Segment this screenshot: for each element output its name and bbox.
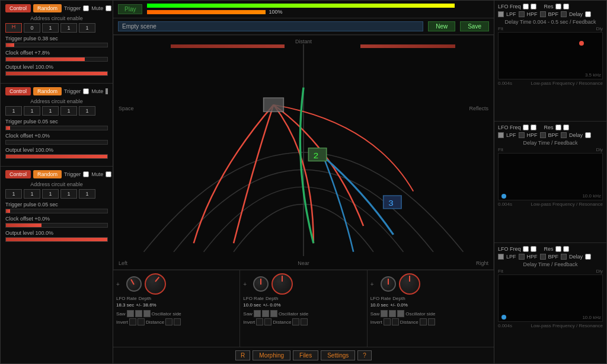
eq-display-3[interactable]: 10.0 kHz: [498, 274, 603, 322]
trigger-check-1[interactable]: [83, 5, 89, 11]
lpf-check-1[interactable]: [498, 11, 504, 17]
addr-btn-1-3[interactable]: 1: [60, 23, 77, 33]
hpf-check-3[interactable]: [519, 254, 525, 260]
osc-3-inv-1[interactable]: [384, 318, 391, 325]
trigger-pulse-slider-1[interactable]: [5, 43, 108, 47]
output-level-slider-2[interactable]: [5, 154, 108, 159]
osc-3-plus[interactable]: +: [370, 281, 378, 288]
addr-btn-1-2[interactable]: 1: [42, 23, 59, 33]
osc-3-inv-2[interactable]: [392, 318, 399, 325]
osc-2-sq-2[interactable]: [262, 310, 269, 317]
osc-2-inv-1[interactable]: [256, 318, 263, 325]
eq-display-2[interactable]: 10.0 kHz: [498, 153, 603, 200]
addr-btn-3-3[interactable]: 1: [60, 189, 77, 199]
addr-btn-2-1[interactable]: 1: [24, 106, 40, 116]
control-btn-2[interactable]: Control: [5, 87, 31, 95]
osc-2-sq-1[interactable]: [254, 310, 261, 317]
addr-btn-3-1[interactable]: 1: [24, 189, 40, 199]
osc-3-lfo-knob[interactable]: [381, 276, 396, 292]
lfo-freq-check-1b[interactable]: [531, 4, 536, 9]
scene-name-input[interactable]: [118, 21, 423, 31]
hpf-check-2[interactable]: [519, 132, 525, 138]
osc-3-depth-knob[interactable]: [399, 273, 420, 295]
lfo-freq-check-3a[interactable]: [523, 246, 529, 252]
clock-offset-slider-1[interactable]: [5, 57, 108, 62]
osc-3-sq-2[interactable]: [389, 310, 396, 317]
new-button[interactable]: New: [428, 21, 455, 31]
eq-display-1[interactable]: 3.5 kHz: [498, 32, 603, 79]
lfo-freq-check-2b[interactable]: [531, 124, 536, 130]
mute-check-3[interactable]: [106, 171, 111, 177]
lfo-freq-check-1a[interactable]: [523, 4, 529, 9]
osc-1-depth-knob[interactable]: [145, 273, 166, 295]
addr-btn-2-3[interactable]: 1: [60, 106, 77, 116]
osc-1-inv-2[interactable]: [138, 318, 145, 325]
trigger-pulse-slider-3[interactable]: [5, 209, 108, 213]
play-button[interactable]: Play: [118, 4, 142, 14]
addr-btn-1-1[interactable]: 0: [24, 23, 40, 33]
addr-btn-3-2[interactable]: 1: [42, 189, 59, 199]
osc-2-dist-2[interactable]: [301, 318, 308, 325]
addr-btn-2-4[interactable]: 1: [79, 106, 95, 116]
delay-check-3[interactable]: [561, 254, 567, 260]
addr-btn-2-2[interactable]: 1: [42, 106, 59, 116]
res-check-1b[interactable]: [563, 4, 569, 9]
osc-3-sq-3[interactable]: [397, 310, 404, 317]
lpf-check-3[interactable]: [498, 254, 504, 260]
delay-chk2-1[interactable]: [585, 11, 591, 17]
control-btn-1[interactable]: Control: [5, 4, 31, 12]
clock-offset-slider-3[interactable]: [5, 223, 108, 228]
addr-btn-3-0[interactable]: 1: [5, 189, 22, 199]
osc-2-sq-3[interactable]: [270, 310, 277, 317]
delay-chk2-2[interactable]: [585, 132, 591, 138]
osc-1-sq-2[interactable]: [135, 310, 142, 317]
osc-1-sq-3[interactable]: [143, 310, 151, 317]
lpf-check-2[interactable]: [498, 132, 504, 138]
addr-btn-2-0[interactable]: 1: [5, 106, 22, 116]
addr-btn-1-0[interactable]: H: [5, 23, 22, 33]
nav-r-button[interactable]: R: [235, 350, 250, 360]
res-check-1a[interactable]: [555, 4, 561, 9]
delay-chk2-3[interactable]: [585, 254, 591, 260]
delay-check-1[interactable]: [561, 11, 567, 17]
osc-1-sq-1[interactable]: [127, 310, 134, 317]
random-btn-3[interactable]: Random: [33, 170, 62, 178]
random-btn-2[interactable]: Random: [33, 87, 62, 95]
osc-2-inv-2[interactable]: [264, 318, 271, 325]
osc-2-depth-knob[interactable]: [271, 273, 293, 295]
osc-1-lfo-knob[interactable]: [126, 276, 142, 292]
output-level-slider-3[interactable]: [5, 237, 108, 242]
osc-1-inv-1[interactable]: [129, 318, 136, 325]
clock-offset-slider-2[interactable]: [5, 140, 108, 145]
lfo-freq-check-2a[interactable]: [523, 124, 529, 130]
save-button[interactable]: Save: [460, 21, 489, 31]
res-check-2a[interactable]: [555, 124, 561, 130]
osc-2-dist-1[interactable]: [292, 318, 299, 325]
trigger-pulse-slider-2[interactable]: [5, 126, 108, 130]
random-btn-1[interactable]: Random: [33, 4, 62, 12]
addr-btn-1-4[interactable]: 1: [79, 23, 95, 33]
delay-check-2[interactable]: [561, 132, 567, 138]
osc-2-lfo-knob[interactable]: [253, 276, 269, 292]
trigger-check-2[interactable]: [83, 88, 89, 94]
osc-1-plus[interactable]: +: [116, 281, 123, 288]
bpf-check-1[interactable]: [540, 11, 546, 17]
osc-1-dist-1[interactable]: [165, 318, 172, 325]
hpf-check-1[interactable]: [519, 11, 525, 17]
nav-settings-button[interactable]: Settings: [321, 350, 355, 360]
lfo-freq-check-3b[interactable]: [531, 246, 536, 252]
bpf-check-2[interactable]: [540, 132, 546, 138]
mute-check-1[interactable]: [106, 5, 111, 11]
addr-btn-3-4[interactable]: 1: [79, 189, 95, 199]
osc-3-dist-1[interactable]: [420, 318, 427, 325]
res-check-3a[interactable]: [555, 246, 561, 252]
control-btn-3[interactable]: Control: [5, 170, 31, 178]
res-check-2b[interactable]: [563, 124, 569, 130]
output-level-slider-1[interactable]: [5, 71, 108, 76]
nav-files-button[interactable]: Files: [293, 350, 318, 360]
nav-morphing-button[interactable]: Morphing: [253, 350, 290, 360]
osc-3-sq-1[interactable]: [381, 310, 388, 317]
trigger-check-3[interactable]: [83, 171, 89, 177]
osc-3-dist-2[interactable]: [428, 318, 435, 325]
res-check-3b[interactable]: [563, 246, 569, 252]
